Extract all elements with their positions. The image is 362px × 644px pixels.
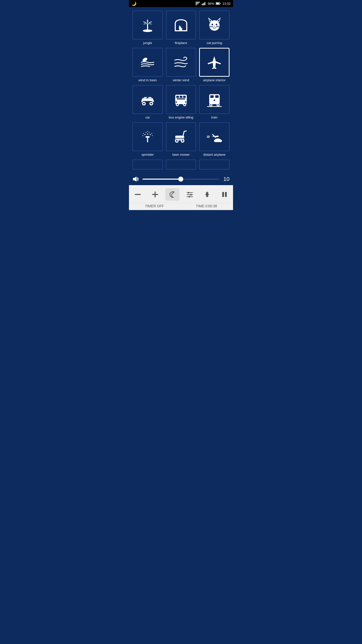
svg-rect-9 — [216, 3, 219, 4]
cast-icon — [196, 2, 200, 5]
svg-point-37 — [177, 104, 178, 105]
svg-rect-68 — [175, 138, 185, 139]
signal-icon — [202, 2, 206, 5]
svg-rect-85 — [222, 192, 224, 197]
svg-point-79 — [188, 192, 189, 193]
mixer-button[interactable] — [183, 188, 197, 201]
svg-point-62 — [147, 131, 148, 132]
grid-item-lawn-mower[interactable]: lawn mower — [164, 121, 198, 158]
svg-point-58 — [143, 135, 143, 136]
moon-status-icon: 🌙 — [131, 1, 137, 6]
pause-button[interactable] — [217, 188, 232, 201]
svg-rect-44 — [215, 95, 219, 98]
grid-item-more3[interactable] — [198, 158, 231, 171]
grid-item-more2[interactable] — [164, 158, 198, 171]
sound-grid: jungle fireplace — [129, 7, 233, 173]
svg-point-60 — [146, 132, 147, 133]
svg-marker-74 — [133, 178, 134, 180]
airplane-interior-label: airplane interior — [203, 78, 226, 82]
svg-point-14 — [209, 20, 220, 31]
svg-point-53 — [147, 134, 148, 135]
moon-icon — [169, 191, 176, 198]
volume-icon[interactable] — [132, 176, 140, 183]
jungle-icon — [139, 17, 156, 33]
wind-in-trees-label: wind in trees — [139, 78, 157, 82]
svg-rect-77 — [155, 191, 156, 197]
grid-item-winter-wind[interactable]: winter wind — [164, 46, 198, 84]
remove-button[interactable] — [131, 188, 145, 201]
grid-item-car[interactable]: car — [131, 84, 164, 121]
svg-marker-16 — [217, 18, 220, 22]
volume-thumb[interactable] — [178, 177, 183, 182]
svg-point-40 — [176, 101, 177, 103]
grid-item-distant-airplane[interactable]: distant airplane — [198, 121, 231, 158]
battery-percent: 96% — [208, 2, 214, 6]
grid-item-airplane-interior[interactable]: airplane interior — [198, 46, 231, 84]
distant-airplane-label: distant airplane — [203, 153, 225, 156]
grid-item-bus-engine-idling[interactable]: bus engine idling — [164, 84, 198, 121]
svg-point-55 — [150, 134, 151, 135]
grid-item-fireplace[interactable]: fireplace — [164, 9, 198, 46]
distant-airplane-icon — [206, 128, 223, 145]
sprinkler-label: sprinkler — [142, 153, 154, 156]
svg-rect-2 — [196, 4, 198, 4]
svg-point-47 — [210, 104, 211, 106]
svg-rect-35 — [177, 98, 185, 99]
status-footer: TIMER OFF TIME 0:00:38 — [129, 203, 233, 210]
svg-rect-13 — [175, 30, 187, 31]
plus-icon — [151, 191, 159, 198]
svg-rect-43 — [210, 95, 214, 98]
add-button[interactable] — [148, 188, 162, 201]
svg-line-19 — [209, 26, 213, 26]
minus-icon — [134, 191, 142, 198]
svg-point-61 — [149, 132, 150, 133]
svg-line-21 — [216, 26, 220, 26]
time-status: TIME 0:00:38 — [196, 204, 217, 208]
svg-point-41 — [185, 101, 186, 103]
volume-fill — [143, 179, 181, 180]
cat-purring-label: cat purring — [207, 41, 222, 45]
grid-item-wind-in-trees[interactable]: wind in trees — [131, 46, 164, 84]
svg-point-67 — [182, 140, 183, 142]
bus-engine-idling-label: bus engine idling — [169, 115, 193, 119]
svg-marker-15 — [209, 18, 212, 22]
bottom-toolbar — [129, 185, 233, 203]
settings-button[interactable] — [200, 188, 214, 201]
car-label: car — [145, 115, 150, 119]
grid-item-jungle[interactable]: jungle — [131, 9, 164, 46]
car-icon — [139, 91, 156, 108]
svg-rect-32 — [176, 96, 179, 98]
grid-item-cat-purring[interactable]: cat purring — [198, 9, 231, 46]
grid-item-train[interactable]: train — [198, 84, 231, 121]
volume-bar: 10 — [129, 173, 233, 185]
grid-item-more1[interactable] — [131, 158, 164, 171]
svg-point-81 — [190, 194, 192, 195]
svg-rect-30 — [152, 101, 154, 102]
svg-rect-33 — [180, 96, 182, 98]
grid-item-sprinkler[interactable]: sprinkler — [131, 121, 164, 158]
train-label: train — [211, 115, 217, 119]
airplane-interior-icon — [206, 54, 223, 70]
svg-rect-29 — [141, 101, 143, 102]
svg-point-45 — [214, 99, 215, 101]
sleep-button[interactable] — [165, 188, 179, 201]
svg-rect-4 — [202, 4, 203, 5]
volume-slider[interactable] — [143, 179, 219, 180]
svg-line-22 — [216, 27, 220, 27]
train-icon — [206, 91, 223, 108]
fireplace-icon — [172, 17, 190, 33]
cat-purring-icon — [206, 17, 223, 33]
svg-point-57 — [151, 133, 152, 134]
svg-point-28 — [151, 103, 152, 104]
status-bar: 🌙 96% 13:02 — [129, 0, 233, 7]
svg-point-72 — [214, 140, 218, 142]
svg-rect-86 — [225, 192, 227, 197]
lawn-mower-icon — [172, 128, 190, 145]
svg-point-54 — [145, 134, 146, 135]
svg-rect-1 — [196, 3, 199, 3]
svg-rect-75 — [135, 194, 141, 195]
svg-rect-3 — [196, 5, 197, 5]
winter-wind-label: winter wind — [173, 78, 189, 82]
time-display: 13:02 — [222, 2, 231, 6]
timer-status: TIMER OFF — [145, 204, 164, 208]
